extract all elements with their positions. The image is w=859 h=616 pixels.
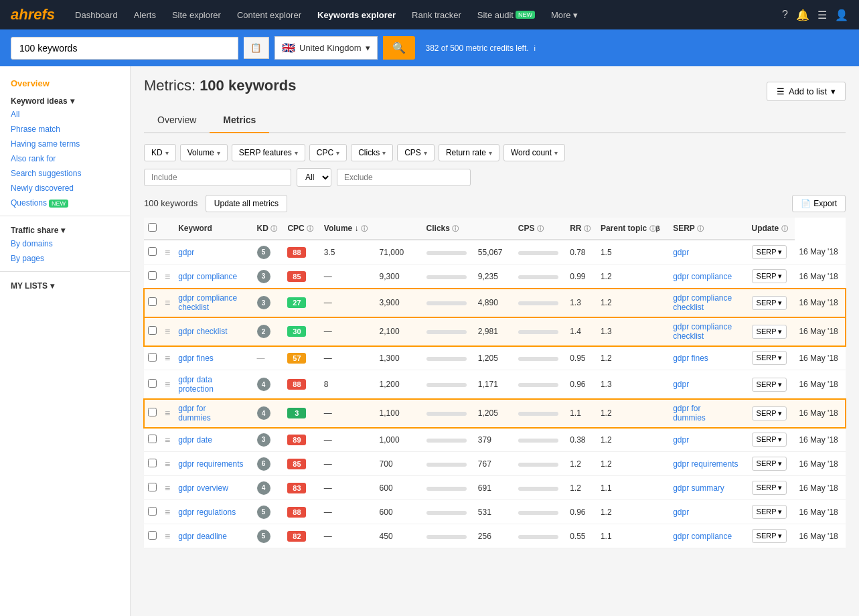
drag-handle[interactable]: ≡: [165, 459, 170, 469]
row-checkbox[interactable]: [148, 435, 157, 443]
drag-handle[interactable]: ≡: [165, 531, 170, 542]
drag-handle[interactable]: ≡: [165, 326, 170, 337]
row-checkbox[interactable]: [148, 459, 157, 467]
keyword-link[interactable]: gdpr compliancechecklist: [178, 293, 237, 312]
col-clicks[interactable]: Clicks ⓘ: [422, 218, 474, 240]
nav-more[interactable]: More ▾: [544, 0, 584, 29]
serp-button[interactable]: SERP ▾: [752, 351, 787, 365]
nav-content-explorer[interactable]: Content explorer: [230, 0, 308, 29]
filter-cpc[interactable]: CPC▾: [309, 144, 347, 161]
parent-topic-link[interactable]: gdpr fines: [673, 354, 708, 363]
parent-topic-link[interactable]: gdpr: [673, 435, 689, 445]
sidebar-item-all[interactable]: All: [0, 107, 130, 122]
col-update[interactable]: Update ⓘ: [748, 218, 795, 240]
tab-overview[interactable]: Overview: [144, 108, 210, 133]
sidebar-overview[interactable]: Overview: [0, 74, 130, 92]
parent-topic-link[interactable]: gdpr requirements: [673, 459, 738, 469]
row-checkbox[interactable]: [148, 247, 157, 256]
col-rr[interactable]: RR ⓘ: [566, 218, 597, 240]
row-checkbox[interactable]: [148, 483, 157, 491]
keyword-link[interactable]: gdpr fines: [178, 354, 214, 363]
drag-handle[interactable]: ≡: [165, 408, 170, 418]
row-checkbox[interactable]: [148, 408, 157, 416]
col-kd[interactable]: KD ⓘ: [253, 218, 284, 240]
user-icon[interactable]: 👤: [835, 9, 848, 21]
help-icon[interactable]: ?: [782, 9, 788, 21]
serp-button[interactable]: SERP ▾: [752, 481, 787, 495]
parent-topic-link[interactable]: gdpr: [673, 508, 689, 517]
search-input[interactable]: [11, 37, 238, 60]
sidebar-item-search-suggestions[interactable]: Search suggestions: [0, 166, 130, 181]
drag-handle[interactable]: ≡: [165, 379, 170, 390]
parent-topic-link[interactable]: gdpr: [673, 380, 689, 389]
keyword-link[interactable]: gdpr: [178, 248, 194, 257]
col-cps[interactable]: CPS ⓘ: [514, 218, 566, 240]
keyword-link[interactable]: gdpr requirements: [178, 459, 243, 469]
serp-button[interactable]: SERP ▾: [752, 245, 787, 259]
filter-word-count[interactable]: Word count▾: [503, 144, 565, 161]
drag-handle[interactable]: ≡: [165, 507, 170, 518]
parent-topic-link[interactable]: gdpr compliance: [673, 532, 732, 541]
serp-button[interactable]: SERP ▾: [752, 505, 787, 519]
export-button[interactable]: 📄 Export: [792, 195, 846, 212]
keyword-link[interactable]: gdpr overview: [178, 483, 228, 493]
filter-return-rate[interactable]: Return rate▾: [439, 144, 499, 161]
sidebar-item-also-rank-for[interactable]: Also rank for: [0, 151, 130, 166]
filter-volume[interactable]: Volume▾: [180, 144, 228, 161]
col-serp[interactable]: SERP ⓘ: [669, 218, 747, 240]
serp-button[interactable]: SERP ▾: [752, 269, 787, 283]
drag-handle[interactable]: ≡: [165, 297, 170, 308]
sidebar-item-having-same-terms[interactable]: Having same terms: [0, 137, 130, 151]
filter-cps[interactable]: CPS▾: [397, 144, 435, 161]
row-checkbox[interactable]: [148, 353, 157, 362]
nav-alerts[interactable]: Alerts: [127, 0, 163, 29]
search-button[interactable]: 🔍: [383, 36, 415, 60]
nav-keywords-explorer[interactable]: Keywords explorer: [311, 0, 402, 29]
all-select[interactable]: All: [297, 168, 331, 187]
sidebar-item-by-domains[interactable]: By domains: [0, 236, 130, 251]
exclude-input[interactable]: [337, 169, 471, 186]
keyword-link[interactable]: gdpr deadline: [178, 532, 227, 541]
nav-rank-tracker[interactable]: Rank tracker: [405, 0, 468, 29]
tab-metrics[interactable]: Metrics: [210, 108, 269, 133]
serp-button[interactable]: SERP ▾: [752, 457, 787, 471]
row-checkbox[interactable]: [148, 271, 157, 280]
include-input[interactable]: [144, 169, 291, 186]
keyword-link[interactable]: gdpr checklist: [178, 327, 227, 336]
keyword-link[interactable]: gdpr fordummies: [178, 404, 211, 422]
serp-button[interactable]: SERP ▾: [752, 406, 787, 420]
bell-icon[interactable]: 🔔: [796, 9, 809, 21]
drag-handle[interactable]: ≡: [165, 247, 170, 258]
parent-topic-link[interactable]: gdpr fordummies: [673, 404, 706, 422]
row-checkbox[interactable]: [148, 326, 157, 335]
row-checkbox[interactable]: [148, 297, 157, 306]
keyword-link[interactable]: gdpr date: [178, 435, 212, 445]
sidebar-item-phrase-match[interactable]: Phrase match: [0, 122, 130, 137]
drag-handle[interactable]: ≡: [165, 271, 170, 282]
nav-site-audit[interactable]: Site auditNEW: [471, 0, 542, 29]
keyword-link[interactable]: gdpr dataprotection: [178, 375, 214, 394]
col-parent-topic[interactable]: Parent topic ⓘβ: [597, 218, 669, 240]
filter-kd[interactable]: KD▾: [144, 144, 176, 161]
serp-button[interactable]: SERP ▾: [752, 378, 787, 392]
sidebar-item-questions[interactable]: QuestionsNEW: [0, 196, 130, 210]
row-checkbox[interactable]: [148, 507, 157, 516]
update-metrics-button[interactable]: Update all metrics: [206, 195, 287, 212]
credits-info-icon[interactable]: i: [534, 44, 536, 52]
serp-button[interactable]: SERP ▾: [752, 433, 787, 447]
row-checkbox[interactable]: [148, 379, 157, 388]
serp-button[interactable]: SERP ▾: [752, 296, 787, 310]
filter-serp-features[interactable]: SERP features▾: [232, 144, 305, 161]
select-all-checkbox[interactable]: [148, 223, 157, 232]
nav-site-explorer[interactable]: Site explorer: [165, 0, 228, 29]
parent-topic-link[interactable]: gdpr compliance: [673, 272, 732, 281]
sidebar-item-by-pages[interactable]: By pages: [0, 251, 130, 266]
row-checkbox[interactable]: [148, 531, 157, 540]
filter-clicks[interactable]: Clicks▾: [351, 144, 393, 161]
drag-handle[interactable]: ≡: [165, 483, 170, 493]
col-volume[interactable]: Volume ↓ ⓘ: [320, 218, 376, 240]
country-selector[interactable]: 🇬🇧 United Kingdom ▾: [275, 36, 378, 60]
drag-handle[interactable]: ≡: [165, 435, 170, 445]
serp-button[interactable]: SERP ▾: [752, 529, 787, 543]
clear-search-button[interactable]: 📋: [244, 37, 269, 59]
